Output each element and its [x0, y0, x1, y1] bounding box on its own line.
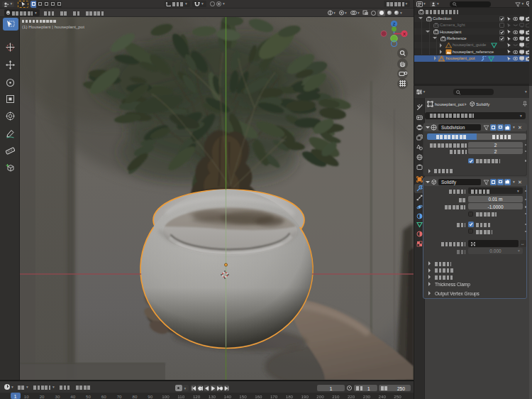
- svg-text:X: X: [403, 32, 406, 36]
- svg-text:Z: Z: [393, 22, 396, 26]
